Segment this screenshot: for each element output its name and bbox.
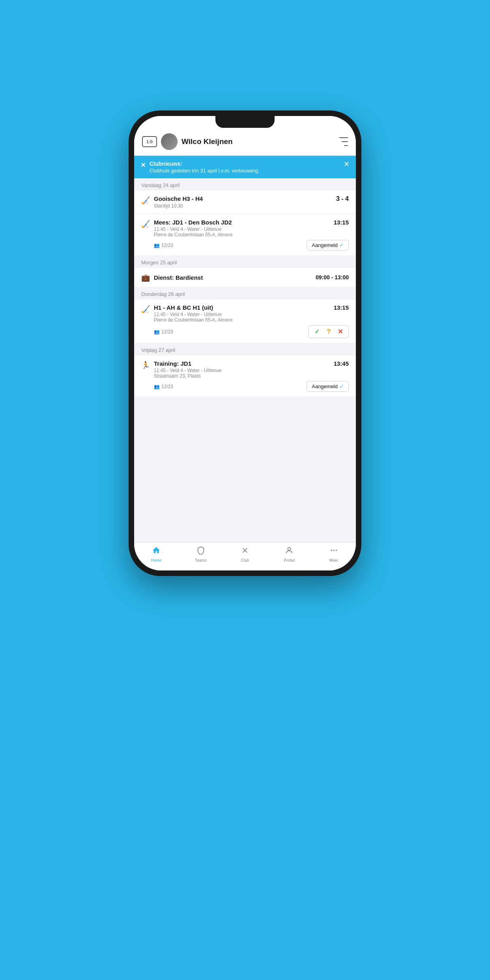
date-header-vrijdag: Vrijdag 27 april [134,343,356,355]
home-icon [152,546,161,557]
event-sub-3: 11:45 - Veld 4 - Water - Uittenue [154,312,349,317]
user-name: Wilco Kleijnen [181,137,333,146]
dots-icon [329,546,338,557]
event-title-2: Mees: JD1 - Den Bosch JD2 [154,219,232,226]
nav-meer[interactable]: Meer [312,546,356,563]
score-icon[interactable]: 1:0 [142,136,157,147]
hockey-icon-2: 🏑 [141,220,150,228]
event-mees-jd1[interactable]: 🏑 Mees: JD1 - Den Bosch JD2 13:15 11:45 … [134,214,356,256]
nav-profiel-label: Profiel [284,558,295,563]
aangemeld-button-1[interactable]: Aangemeld ✓ [307,240,349,251]
event-bardienst[interactable]: 💼 Dienst: Bardienst 09:00 - 13:00 [134,268,356,287]
aangemeld-button-2[interactable]: Aangemeld ✓ [307,381,349,392]
svg-point-4 [333,550,335,551]
svg-point-2 [288,548,291,550]
event-sub-4: 11:45 - Veld 4 - Water - Uittenue [154,368,349,373]
event-time-2: 13:15 [334,219,349,226]
event-time-4: 13:45 [334,360,349,367]
respond-buttons[interactable]: ✓ ? ✕ [309,325,349,338]
phone-mockup: 1:0 Wilco Kleijnen ✕ Clubnieuws: Clubhui… [129,110,361,576]
event-title-4: Training: JD1 [154,360,191,367]
svg-point-5 [335,550,337,551]
event-addr-2: Pierre de Coubertinlaan 55-A, Almere [154,232,349,238]
respond-no[interactable]: ✕ [338,328,343,335]
avatar [161,133,178,150]
svg-point-3 [331,550,332,551]
bottom-nav: Home Teams [134,542,356,570]
news-banner: ✕ Clubnieuws: Clubhuis gesloten t/m 31 a… [134,156,356,178]
event-count-3: 👥 12/23 [154,329,173,335]
training-icon: 🏃 [141,361,150,370]
cross-icon [241,546,249,557]
event-gooische[interactable]: 🏑 Gooische H3 - H4 3 - 4 Starttijd 10:30 [134,191,356,214]
event-time-3: 13:15 [334,304,349,311]
date-header-today: Vandaag 24 april [134,178,356,191]
respond-yes[interactable]: ✓ [314,328,320,335]
service-time: 09:00 - 13:00 [316,274,349,281]
event-sub-2: 11:45 - Veld 4 - Water - Uittenue [154,226,349,232]
nav-home[interactable]: Home [134,546,178,563]
service-title: Dienst: Bardienst [154,274,203,281]
news-close-icon[interactable]: ✕ [344,160,350,168]
nav-club-label: Club [241,558,249,563]
event-training-jd1[interactable]: 🏃 Training: JD1 13:45 11:45 - Veld 4 - W… [134,355,356,397]
event-count-4: 👥 12/23 [154,384,173,389]
service-icon: 💼 [141,273,150,282]
nav-meer-label: Meer [329,558,338,563]
nav-teams-label: Teams [195,558,206,563]
nav-teams[interactable]: Teams [178,546,223,563]
date-header-morgen: Morgen 25 april [134,256,356,268]
event-score: 3 - 4 [336,195,349,202]
event-count-2: 👥 12/23 [154,243,173,248]
hockey-icon: 🏑 [141,196,150,205]
nav-home-label: Home [151,558,162,563]
news-message: Clubhuis gesloten t/m 31 april i.v.m. ve… [150,168,340,174]
event-title-3: H1 - AH & BC H1 (uit) [154,304,213,311]
nav-profiel[interactable]: Profiel [267,546,311,563]
news-dismiss-icon[interactable]: ✕ [140,161,146,169]
date-header-donderdag: Donderdag 26 april [134,287,356,299]
nav-club[interactable]: Club [223,546,267,563]
news-title: Clubnieuws: [150,161,340,167]
event-addr-4: Straatnaam 23, Plaats [154,373,349,379]
person-icon [285,546,294,557]
filter-button[interactable] [337,136,348,147]
respond-maybe[interactable]: ? [327,328,331,335]
hockey-icon-3: 🏑 [141,305,150,314]
scroll-content: Vandaag 24 april 🏑 Gooische H3 - H4 3 - … [134,178,356,542]
phone-notch [215,116,275,128]
event-h1-ahbc[interactable]: 🏑 H1 - AH & BC H1 (uit) 13:15 11:45 - Ve… [134,299,356,343]
event-sub: Starttijd 10:30 [154,203,349,209]
shield-icon [196,546,205,557]
event-title: Gooische H3 - H4 [154,195,203,202]
event-addr-3: Pierre de Coubertinlaan 55-A, Almere [154,317,349,323]
